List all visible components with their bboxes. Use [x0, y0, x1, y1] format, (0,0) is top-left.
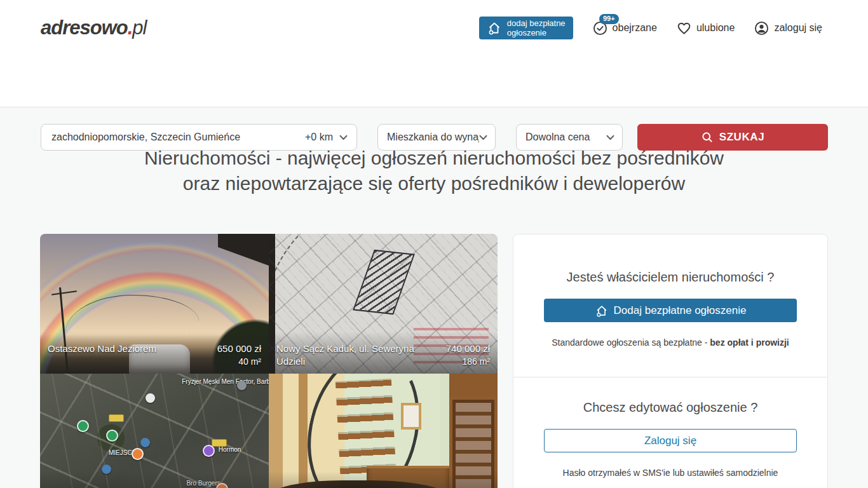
listing-photo-interior	[269, 374, 498, 488]
listing-title: Nowy Sącz Kaduk, ul. Seweryna Udzieli	[276, 342, 446, 368]
owner-section-note: Standardowe ogłoszenia są bezpłatne - be…	[544, 337, 797, 348]
login-link[interactable]: zaloguj się	[754, 20, 822, 36]
map-road-badge	[109, 414, 124, 422]
logo-text-main: adresowo	[41, 17, 128, 39]
edit-section-title: Chcesz edytować ogłoszenie ?	[544, 400, 797, 415]
viewed-label: obejrzane	[613, 22, 657, 34]
listing-price: 650 000 zł	[217, 342, 261, 355]
price-value: Dowolna cena	[526, 132, 606, 143]
photo-utility-pole-arm	[51, 290, 77, 295]
listing-title: Ostaszewo Nad Jeziorem	[48, 342, 217, 355]
page-title-line2: oraz niepowtarzające się oferty pośredni…	[0, 171, 868, 196]
header-actions: dodaj bezpłatne ogłoszenie 99+ obejrzane…	[479, 0, 822, 56]
photo-roof-silhouette	[218, 234, 269, 281]
location-value: zachodniopomorskie, Szczecin Gumieńce	[51, 132, 305, 143]
chevron-down-icon	[606, 135, 614, 140]
viewed-link[interactable]: 99+ obejrzane	[592, 20, 657, 36]
search-bar: zachodniopomorskie, Szczecin Gumieńce +0…	[0, 56, 868, 107]
owner-note-bold: bez opłat i prowizji	[710, 337, 789, 348]
sidebar-login-button[interactable]: Zaloguj się	[544, 429, 797, 452]
search-button-label: SZUKAJ	[719, 131, 765, 144]
listing-card-bialystok[interactable]: Białystok Zielone Wzgórze 590 576 zł	[269, 374, 498, 488]
user-icon	[754, 20, 770, 36]
listing-collage: Ostaszewo Nad Jeziorem 650 000 zł 40 m² …	[40, 234, 498, 488]
map-marker-green	[77, 420, 89, 432]
chevron-down-icon	[479, 135, 487, 140]
heart-icon	[676, 20, 692, 36]
radius-value[interactable]: +0 km	[305, 132, 333, 143]
edit-section-note: Hasło otrzymałeś w SMS'ie lub ustawiłeś …	[544, 468, 797, 478]
logo[interactable]: adresowo.pl	[41, 17, 146, 39]
chevron-down-icon	[339, 135, 348, 140]
sidebar-login-label: Zaloguj się	[644, 435, 696, 447]
category-value: Mieszkania do wynajęc	[387, 132, 479, 143]
favorites-link[interactable]: ulubione	[676, 20, 735, 36]
listing-caption: Nowy Sącz Kaduk, ul. Seweryna Udzieli 74…	[269, 337, 498, 374]
listing-caption: Ostaszewo Nad Jeziorem 650 000 zł 40 m²	[40, 337, 269, 374]
map-marker-purple	[203, 445, 215, 457]
listing-photo-satellite-map: Fryzjer Męski Men Factor, Barber Shop Ho…	[40, 374, 269, 488]
house-plus-icon	[595, 304, 609, 318]
map-marker-white	[146, 393, 155, 403]
listing-area: 186 m²	[446, 355, 490, 368]
map-marker-orange	[132, 448, 144, 460]
map-label: Hormon	[219, 446, 241, 453]
photo-power-line	[65, 295, 199, 333]
listing-price-block: 740 000 zł 186 m²	[446, 342, 490, 368]
listing-card-ostaszewo[interactable]: Ostaszewo Nad Jeziorem 650 000 zł 40 m²	[40, 234, 269, 374]
map-road-badge	[212, 439, 227, 447]
check-circle-icon: 99+	[592, 20, 608, 36]
map-marker-blue	[140, 438, 150, 447]
add-listing-button[interactable]: dodaj bezpłatne ogłoszenie	[479, 17, 573, 39]
photo-picture-frame	[401, 403, 421, 430]
owner-section: Jesteś właścicielem nieruchomości ? Doda…	[513, 234, 827, 377]
edit-section: Chcesz edytować ogłoszenie ? Zaloguj się…	[513, 377, 827, 488]
header: adresowo.pl dodaj bezpłatne ogłoszenie	[0, 0, 868, 56]
caption-shade	[40, 471, 269, 488]
map-marker-gray	[237, 381, 247, 390]
sidebar-add-listing-button[interactable]: Dodaj bezpłatne ogłoszenie	[544, 299, 797, 322]
add-listing-label: dodaj bezpłatne ogłoszenie	[507, 18, 566, 38]
owner-section-title: Jesteś właścicielem nieruchomości ?	[544, 270, 797, 285]
search-icon	[701, 131, 714, 144]
sidebar-add-listing-label: Dodaj bezpłatne ogłoszenie	[614, 304, 747, 317]
viewed-count-badge: 99+	[599, 14, 619, 24]
caption-shade	[269, 471, 498, 488]
listing-price: 740 000 zł	[446, 342, 490, 355]
favorites-label: ulubione	[696, 22, 735, 34]
sidebar: Jesteś właścicielem nieruchomości ? Doda…	[513, 234, 828, 488]
house-plus-icon	[487, 20, 502, 36]
listing-price-block: 650 000 zł 40 m²	[217, 342, 261, 368]
map-marker-green	[106, 430, 118, 442]
listing-card-szczecin[interactable]: Fryzjer Męski Men Factor, Barber Shop Ho…	[40, 374, 269, 488]
page-title: Nieruchomości - najwięcej ogłoszeń nieru…	[0, 146, 868, 196]
logo-text-tld: pl	[132, 17, 146, 39]
listing-area: 40 m²	[217, 355, 261, 368]
page-title-line1: Nieruchomości - najwięcej ogłoszeń nieru…	[0, 146, 868, 171]
map-label: Fryzjer Męski Men Factor, Barber Shop	[182, 378, 269, 385]
listing-card-nowy-sacz[interactable]: Nowy Sącz Kaduk, ul. Seweryna Udzieli 74…	[269, 234, 498, 374]
login-label: zaloguj się	[774, 22, 822, 34]
